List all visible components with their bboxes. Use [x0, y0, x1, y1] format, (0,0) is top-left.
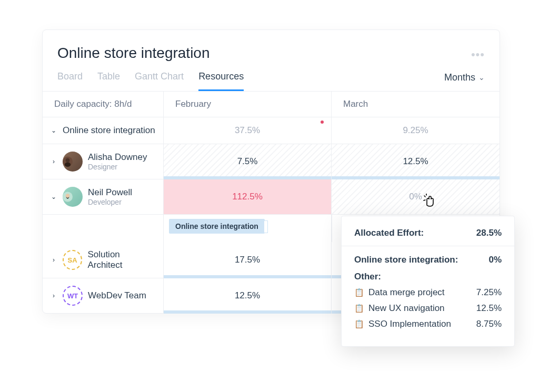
clipboard-icon: 📋: [354, 304, 364, 313]
page-title: Online store integration: [57, 45, 210, 62]
tab-board[interactable]: Board: [57, 71, 83, 91]
tooltip-other-label: Other:: [354, 272, 502, 282]
tab-resources[interactable]: Resources: [198, 71, 244, 91]
caret-expand-icon[interactable]: ›: [50, 256, 57, 264]
row-project: ⌄ Online store integration 37.5% 9.25%: [43, 117, 500, 144]
role-badge: SA: [63, 250, 83, 270]
col-month-mar: March: [332, 92, 500, 117]
allocation-tooltip: Allocated Effort: 28.5% Online store int…: [341, 216, 515, 347]
caret-collapse-icon[interactable]: ⌄: [50, 193, 57, 200]
cell-sa-feb[interactable]: 17.5%: [164, 242, 332, 278]
row-alisha: › Alisha Downey Designer 7.5% 12.5%: [43, 144, 500, 179]
role-badge: WT: [63, 286, 83, 306]
svg-point-1: [66, 158, 70, 163]
col-month-feb: February: [164, 92, 332, 117]
task-chip-cell[interactable]: Online store integration: [164, 215, 332, 242]
cell-neil-feb[interactable]: 112.5%: [164, 179, 332, 214]
cell-alisha-mar[interactable]: 12.5%: [332, 144, 500, 179]
person-role: Developer: [88, 198, 132, 206]
role-name: WebDev Team: [88, 290, 146, 301]
tooltip-alloc-value: 28.5%: [476, 228, 502, 238]
caret-expand-icon[interactable]: ›: [50, 292, 57, 299]
tooltip-alloc-label: Allocated Effort:: [354, 228, 424, 238]
tooltip-item-name: SSO Implementation: [368, 319, 451, 329]
cell-project-feb: 37.5%: [164, 117, 332, 144]
tooltip-item-name: New UX navigation: [368, 303, 445, 314]
more-menu-button[interactable]: •••: [471, 48, 485, 62]
tabs-row: Board Table Gantt Chart Resources Months…: [43, 62, 500, 92]
person-name: Neil Powell: [88, 187, 132, 198]
clipboard-icon: 📋: [354, 319, 364, 329]
task-chip[interactable]: Online store integration: [169, 219, 265, 234]
avatar: [63, 187, 83, 207]
col-capacity: Daily capacity: 8h/d: [43, 92, 164, 117]
tooltip-item-value: 12.5%: [476, 303, 502, 314]
project-name: Online store integration: [63, 125, 155, 136]
drag-handle-icon[interactable]: [264, 220, 268, 233]
tooltip-item-value: 8.75%: [476, 319, 502, 329]
role-name: Solution Architect: [87, 249, 156, 270]
chevron-down-icon: ⌄: [478, 73, 485, 82]
caret-expand-icon[interactable]: ›: [50, 158, 57, 165]
caret-collapse-icon[interactable]: ⌄: [50, 127, 57, 134]
timescale-select[interactable]: Months ⌄: [444, 72, 485, 91]
avatar: [63, 152, 83, 172]
timescale-label: Months: [444, 72, 475, 83]
person-role: Designer: [88, 163, 147, 171]
tooltip-item-name: Data merge project: [368, 287, 445, 298]
tooltip-project-label: Online store integration:: [354, 255, 458, 265]
cell-wt-feb[interactable]: 12.5%: [164, 278, 332, 313]
person-name: Alisha Downey: [88, 152, 147, 163]
tab-gantt[interactable]: Gantt Chart: [135, 71, 184, 91]
row-neil: ⌄ Neil Powell Developer 112.5% 0%: [43, 179, 500, 215]
cell-alisha-feb[interactable]: 7.5%: [164, 144, 332, 179]
clipboard-icon: 📋: [354, 288, 364, 297]
svg-point-2: [65, 162, 71, 167]
tab-table[interactable]: Table: [97, 71, 120, 91]
tooltip-item-value: 7.25%: [476, 287, 502, 298]
tooltip-project-value: 0%: [488, 255, 502, 265]
alert-dot-icon: [321, 120, 324, 124]
cell-neil-mar[interactable]: 0%: [332, 179, 500, 214]
grid-header: Daily capacity: 8h/d February March: [43, 92, 500, 117]
cell-project-mar: 9.25%: [332, 117, 500, 144]
